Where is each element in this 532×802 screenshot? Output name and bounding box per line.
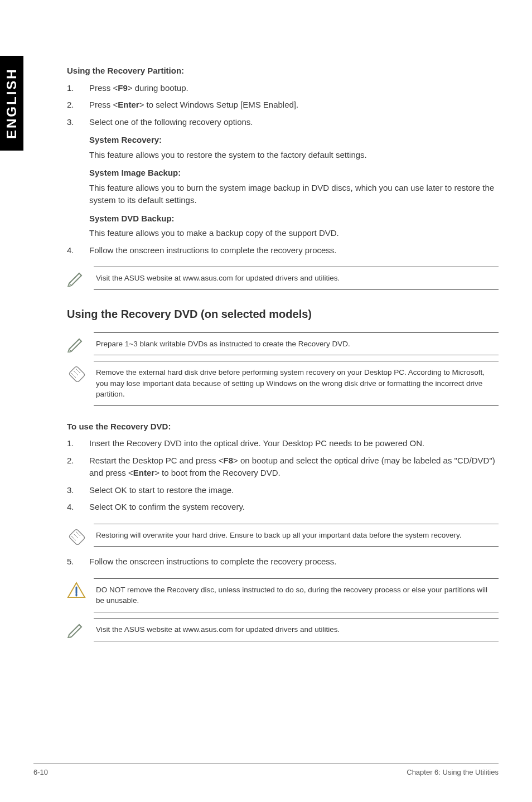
note-remove-hdd: Remove the external hard disk drive befo… [67, 361, 499, 406]
page-content: Using the Recovery Partition: 1. Press <… [67, 65, 499, 641]
step-1: 1. Press <F9> during bootup. [67, 82, 499, 95]
image-backup-title: System Image Backup: [89, 167, 499, 180]
step-body: Press <F9> during bootup. [89, 82, 499, 95]
key-enter: Enter [133, 468, 154, 477]
note-info: Visit the ASUS website at www.asus.com f… [67, 267, 499, 290]
note-text: Restoring will overwrite your hard drive… [94, 524, 499, 547]
step-number: 1. [67, 82, 89, 95]
text: > to select Windows Setup [EMS Enabled]. [139, 100, 299, 109]
note-prepare-dvds: Prepare 1~3 blank writable DVDs as instr… [67, 332, 499, 356]
dvd-step-4: 4. Select OK to confirm the system recov… [67, 501, 499, 514]
note-do-not-remove: DO NOT remove the Recovery disc, unless … [67, 578, 499, 612]
step-body: Restart the Desktop PC and press <F8> on… [89, 455, 499, 480]
text: Select one of the following recovery opt… [89, 116, 499, 129]
recovery-dvd-heading: Using the Recovery DVD (on selected mode… [67, 306, 499, 322]
language-tab: ENGLISH [0, 56, 23, 151]
step-body: Select OK to start to restore the image. [89, 484, 499, 497]
to-use-recovery-dvd: To use the Recovery DVD: [67, 421, 499, 433]
warning-icon [67, 578, 94, 598]
key-f9: F9 [118, 83, 128, 93]
dvd-step-1: 1. Insert the Recovery DVD into the opti… [67, 437, 499, 450]
pencil-icon [67, 618, 94, 638]
text: Press < [89, 100, 118, 109]
key-enter: Enter [118, 100, 139, 109]
step-number: 3. [67, 116, 89, 240]
system-recovery-title: System Recovery: [89, 134, 499, 147]
step-number: 4. [67, 244, 89, 257]
dvd-backup-block: System DVD Backup: This feature allows y… [89, 212, 499, 240]
text: > during bootup. [128, 83, 188, 93]
note-text: DO NOT remove the Recovery disc, unless … [94, 578, 499, 612]
step-2: 2. Press <Enter> to select Windows Setup… [67, 99, 499, 112]
page-number: 6-10 [33, 768, 48, 776]
text: Restart the Desktop PC and press < [89, 456, 224, 465]
pencil-icon [67, 267, 94, 287]
step-number: 4. [67, 501, 89, 514]
note-text: Remove the external hard disk drive befo… [94, 361, 499, 406]
hand-icon [67, 524, 94, 545]
note-text: Visit the ASUS website at www.asus.com f… [94, 267, 499, 290]
image-backup-body: This feature allows you to burn the syst… [89, 182, 499, 207]
text: Press < [89, 83, 118, 93]
step-number: 1. [67, 437, 89, 450]
step-number: 3. [67, 484, 89, 497]
step-number: 2. [67, 99, 89, 112]
dvd-backup-body: This feature allows you to make a backup… [89, 227, 499, 240]
text: > to boot from the Recovery DVD. [154, 468, 280, 477]
step-body: Follow the onscreen instructions to comp… [89, 555, 499, 568]
image-backup-block: System Image Backup: This feature allows… [89, 167, 499, 207]
page-footer: 6-10 Chapter 6: Using the Utilities [33, 763, 499, 776]
step-body: Select OK to confirm the system recovery… [89, 501, 499, 514]
system-recovery-block: System Recovery: This feature allows you… [89, 134, 499, 161]
step-3: 3. Select one of the following recovery … [67, 116, 499, 240]
note-visit-asus: Visit the ASUS website at www.asus.com f… [67, 618, 499, 641]
hand-icon [67, 361, 94, 382]
dvd-step-2: 2. Restart the Desktop PC and press <F8>… [67, 455, 499, 480]
system-recovery-body: This feature allows you to restore the s… [89, 149, 499, 162]
step-body: Follow the onscreen instructions to comp… [89, 244, 499, 257]
pencil-icon [67, 332, 94, 352]
step-body: Press <Enter> to select Windows Setup [E… [89, 99, 499, 112]
step-body: Insert the Recovery DVD into the optical… [89, 437, 499, 450]
dvd-step-3: 3. Select OK to start to restore the ima… [67, 484, 499, 497]
chapter-title: Chapter 6: Using the Utilities [407, 768, 499, 776]
note-text: Visit the ASUS website at www.asus.com f… [94, 618, 499, 641]
key-f8: F8 [224, 456, 234, 465]
step-number: 5. [67, 555, 89, 568]
step-number: 2. [67, 455, 89, 480]
dvd-backup-title: System DVD Backup: [89, 212, 499, 225]
step-body: Select one of the following recovery opt… [89, 116, 499, 240]
partition-heading: Using the Recovery Partition: [67, 65, 499, 78]
note-text: Prepare 1~3 blank writable DVDs as instr… [94, 332, 499, 356]
dvd-step-5: 5. Follow the onscreen instructions to c… [67, 555, 499, 568]
step-4: 4. Follow the onscreen instructions to c… [67, 244, 499, 257]
note-restoring-overwrite: Restoring will overwrite your hard drive… [67, 524, 499, 547]
